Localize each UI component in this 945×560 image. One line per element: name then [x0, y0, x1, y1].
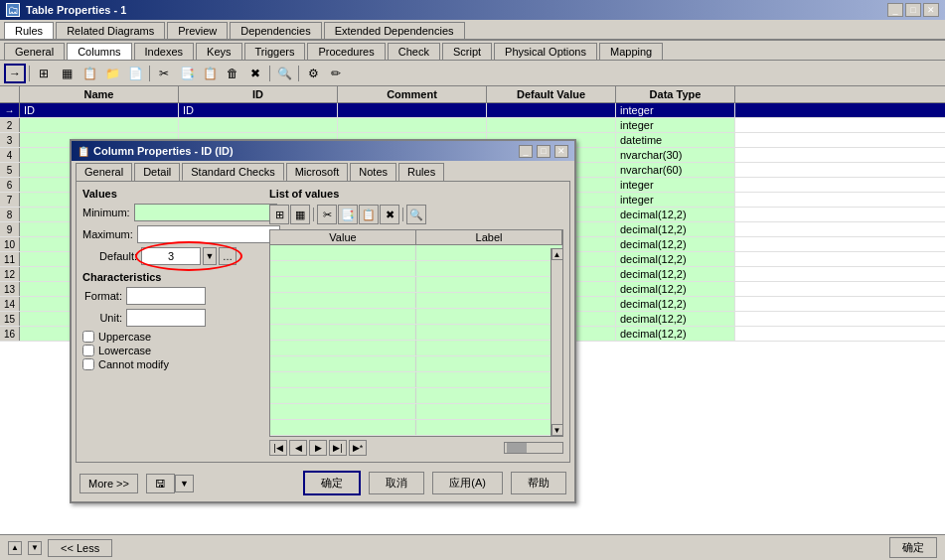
help-button[interactable]: 帮助: [511, 472, 566, 494]
modal-close-button[interactable]: ✕: [554, 145, 568, 158]
save-main-button[interactable]: 🖫: [146, 474, 175, 493]
list-btn-paste[interactable]: 📋: [359, 205, 379, 224]
modal-tab-notes[interactable]: Notes: [350, 163, 396, 181]
tab-script[interactable]: Script: [442, 43, 492, 60]
list-item[interactable]: [270, 293, 562, 309]
cancel-button[interactable]: 取消: [369, 472, 424, 494]
tab-related-diagrams[interactable]: Related Diagrams: [56, 22, 165, 39]
modal-tab-microsoft[interactable]: Microsoft: [286, 163, 349, 181]
modal-footer: More >> 🖫 ▼ 确定 取消 应用(A) 帮助: [72, 467, 574, 501]
list-value-cell: [270, 388, 416, 403]
unit-input[interactable]: [126, 309, 206, 327]
tab-keys[interactable]: Keys: [196, 43, 241, 60]
tab-general[interactable]: General: [4, 43, 65, 60]
list-nav-next[interactable]: ▶: [309, 440, 327, 456]
minimize-button[interactable]: _: [887, 3, 903, 17]
toolbar-btn-settings[interactable]: ⚙: [302, 64, 324, 83]
list-item[interactable]: [270, 356, 562, 372]
list-nav-add[interactable]: ▶*: [349, 440, 367, 456]
minimum-input[interactable]: [134, 204, 277, 221]
toolbar-btn-copy[interactable]: 📑: [176, 64, 198, 83]
list-item[interactable]: [270, 245, 562, 261]
tab-columns[interactable]: Columns: [67, 43, 131, 60]
toolbar-btn-table[interactable]: ▦: [56, 64, 78, 83]
modal-tab-rules[interactable]: Rules: [398, 163, 444, 181]
toolbar-btn-cut[interactable]: ✂: [153, 64, 175, 83]
outer-titlebar: 🗂 Table Properties - 1 _ □ ✕: [0, 0, 945, 20]
list-item[interactable]: [270, 388, 562, 404]
tab-preview[interactable]: Preview: [167, 22, 228, 39]
default-input[interactable]: [141, 247, 201, 265]
toolbar-btn-close-x[interactable]: ✖: [244, 64, 266, 83]
modal-tab-standard-checks[interactable]: Standard Checks: [182, 163, 283, 181]
tab-extended-deps[interactable]: Extended Dependencies: [324, 22, 465, 39]
tab-indexes[interactable]: Indexes: [134, 43, 195, 60]
list-item[interactable]: [270, 325, 562, 341]
toolbar-btn-search[interactable]: 🔍: [273, 64, 295, 83]
bottom-confirm-button[interactable]: 确定: [889, 537, 937, 558]
toolbar-btn-paste[interactable]: 📋: [199, 64, 221, 83]
maximum-input[interactable]: [137, 225, 280, 243]
toolbar-btn-delete[interactable]: 🗑: [222, 64, 243, 83]
toolbar-btn-new[interactable]: 📄: [124, 64, 146, 83]
close-button[interactable]: ✕: [923, 3, 939, 17]
list-item[interactable]: [270, 341, 562, 356]
list-item[interactable]: [270, 420, 562, 436]
list-btn-add-row[interactable]: ⊞: [269, 205, 289, 224]
list-nav-first[interactable]: |◀: [269, 440, 287, 456]
default-ellipsis-button[interactable]: …: [219, 247, 236, 265]
table-row[interactable]: 2 integer: [0, 118, 945, 133]
modal-maximize-button[interactable]: □: [537, 145, 551, 158]
maximize-button[interactable]: □: [905, 3, 921, 17]
list-label-cell: [416, 372, 562, 387]
row-num-cell: 11: [0, 252, 20, 266]
tab-procedures[interactable]: Procedures: [307, 43, 385, 60]
back-button[interactable]: →: [4, 64, 26, 83]
list-rows: [270, 245, 562, 436]
toolbar-btn-edit[interactable]: ✏: [325, 64, 347, 83]
list-btn-cut[interactable]: ✂: [317, 205, 337, 224]
list-item[interactable]: [270, 309, 562, 325]
save-dropdown-button[interactable]: ▼: [175, 475, 194, 492]
default-dropdown-button[interactable]: ▼: [203, 247, 217, 265]
list-btn-search[interactable]: 🔍: [406, 205, 426, 224]
list-btn-copy[interactable]: 📑: [338, 205, 358, 224]
lowercase-checkbox[interactable]: [82, 345, 94, 356]
col-header-name: Name: [20, 86, 179, 102]
scroll-down-arrow[interactable]: ▼: [551, 424, 563, 436]
list-btn-grid[interactable]: ▦: [290, 205, 310, 224]
more-button[interactable]: More >>: [79, 474, 138, 493]
list-item[interactable]: [270, 277, 562, 293]
table-row[interactable]: → ID ID integer: [0, 103, 945, 118]
nav-down-icon: ▼: [28, 541, 42, 555]
tab-mapping[interactable]: Mapping: [599, 43, 663, 60]
modal-tab-general[interactable]: General: [76, 163, 132, 181]
cannot-modify-checkbox[interactable]: [82, 358, 94, 370]
tab-rules[interactable]: Rules: [4, 22, 54, 39]
toolbar-btn-folder[interactable]: 📁: [101, 64, 123, 83]
type-cell: integer: [616, 193, 735, 207]
list-item[interactable]: [270, 404, 562, 420]
modal-tab-detail[interactable]: Detail: [134, 163, 180, 181]
tab-triggers[interactable]: Triggers: [244, 43, 306, 60]
toolbar-btn-grid[interactable]: ⊞: [33, 64, 55, 83]
list-nav-prev[interactable]: ◀: [289, 440, 307, 456]
uppercase-checkbox[interactable]: [82, 331, 94, 343]
tab-dependencies[interactable]: Dependencies: [230, 22, 321, 39]
toolbar-btn-new-row[interactable]: 📋: [79, 64, 100, 83]
list-item[interactable]: [270, 372, 562, 388]
list-horizontal-scrollbar[interactable]: [504, 442, 563, 454]
list-btn-delete[interactable]: ✖: [380, 205, 399, 224]
format-input[interactable]: [126, 287, 206, 305]
modal-minimize-button[interactable]: _: [519, 145, 533, 158]
less-button[interactable]: << Less: [48, 539, 112, 557]
row-num-cell: 7: [0, 193, 20, 207]
list-nav-last[interactable]: ▶|: [329, 440, 347, 456]
confirm-button[interactable]: 确定: [303, 471, 361, 495]
type-cell: nvarchar(30): [616, 148, 735, 162]
apply-button[interactable]: 应用(A): [432, 472, 503, 494]
tab-physical-options[interactable]: Physical Options: [494, 43, 597, 60]
scroll-up-arrow[interactable]: ▲: [551, 248, 563, 260]
tab-check[interactable]: Check: [388, 43, 440, 60]
list-item[interactable]: [270, 261, 562, 277]
